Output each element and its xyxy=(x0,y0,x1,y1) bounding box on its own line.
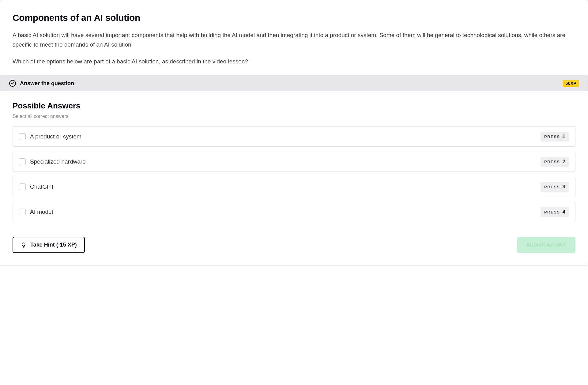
press-badge: PRESS 3 xyxy=(541,182,569,192)
answer-label: AI model xyxy=(30,209,53,215)
hint-button-label: Take Hint (-15 XP) xyxy=(30,242,77,248)
press-number: 3 xyxy=(563,184,565,190)
answers-subtitle: Select all correct answers xyxy=(13,114,575,119)
answers-section: Possible Answers Select all correct answ… xyxy=(0,91,588,265)
submit-button[interactable]: Submit Answer xyxy=(517,237,575,253)
press-number: 4 xyxy=(563,209,565,215)
answer-option[interactable]: A product or system PRESS 1 xyxy=(13,126,575,147)
answer-option[interactable]: ChatGPT PRESS 3 xyxy=(13,177,575,197)
checkbox[interactable] xyxy=(19,158,26,165)
quiz-question: Which of the options below are part of a… xyxy=(13,57,575,66)
instruction-left: Answer the question xyxy=(9,80,74,87)
answer-left: ChatGPT xyxy=(19,183,54,190)
answer-left: Specialized hardware xyxy=(19,158,86,165)
press-number: 1 xyxy=(563,134,565,140)
quiz-container: Components of an AI solution A basic AI … xyxy=(0,0,588,266)
press-badge: PRESS 2 xyxy=(541,157,569,167)
footer-row: Take Hint (-15 XP) Submit Answer xyxy=(13,237,575,253)
press-text: PRESS xyxy=(544,210,560,214)
answer-list: A product or system PRESS 1 Specialized … xyxy=(13,126,575,222)
checkbox[interactable] xyxy=(19,209,26,215)
answer-label: Specialized hardware xyxy=(30,158,86,165)
quiz-title: Components of an AI solution xyxy=(13,13,575,23)
press-badge: PRESS 1 xyxy=(541,132,569,142)
checkbox[interactable] xyxy=(19,183,26,190)
press-number: 2 xyxy=(563,159,565,165)
answers-title: Possible Answers xyxy=(13,101,575,111)
press-text: PRESS xyxy=(544,160,560,164)
press-text: PRESS xyxy=(544,185,560,189)
checkbox[interactable] xyxy=(19,133,26,140)
check-circle-icon xyxy=(9,80,16,87)
press-badge: PRESS 4 xyxy=(541,207,569,217)
answer-label: ChatGPT xyxy=(30,183,54,190)
xp-badge: 50XP xyxy=(563,80,579,87)
svg-point-0 xyxy=(9,80,16,86)
answer-option[interactable]: AI model PRESS 4 xyxy=(13,202,575,222)
lightbulb-icon xyxy=(21,242,27,248)
answer-option[interactable]: Specialized hardware PRESS 2 xyxy=(13,152,575,172)
instruction-bar: Answer the question 50XP xyxy=(0,75,588,91)
press-text: PRESS xyxy=(544,134,560,139)
answer-label: A product or system xyxy=(30,133,81,140)
header-section: Components of an AI solution A basic AI … xyxy=(0,0,588,75)
answer-left: A product or system xyxy=(19,133,81,140)
hint-button[interactable]: Take Hint (-15 XP) xyxy=(13,237,85,253)
instruction-text: Answer the question xyxy=(20,80,74,87)
quiz-description: A basic AI solution will have several im… xyxy=(13,30,575,50)
answer-left: AI model xyxy=(19,209,53,215)
